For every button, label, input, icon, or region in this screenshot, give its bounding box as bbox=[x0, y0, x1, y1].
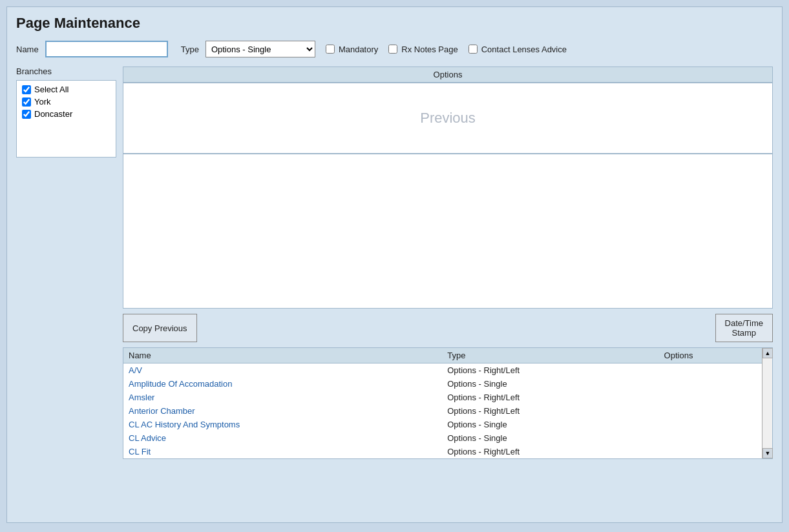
table-row[interactable]: A/V Options - Right/Left bbox=[123, 363, 772, 378]
table-cell-type: Options - Right/Left bbox=[442, 391, 658, 404]
branch-item-york[interactable]: York bbox=[22, 97, 110, 107]
table-cell-type: Options - Right/Left bbox=[442, 363, 658, 378]
table-cell-options bbox=[659, 418, 762, 431]
buttons-row: Copy Previous Date/Time Stamp bbox=[123, 314, 773, 342]
table-cell-options bbox=[659, 431, 762, 445]
col-header-name: Name bbox=[123, 348, 442, 363]
branches-label: Branches bbox=[16, 66, 116, 76]
table-cell-name[interactable]: CL AC History And Symptoms bbox=[123, 418, 442, 431]
contact-lenses-checkbox[interactable] bbox=[468, 45, 478, 54]
table-cell-type: Options - Single bbox=[442, 377, 658, 391]
top-bar: Name Type Options - Single Options - Rig… bbox=[16, 41, 773, 57]
table-row[interactable]: CL Advice Options - Single bbox=[123, 431, 772, 445]
mandatory-label: Mandatory bbox=[339, 45, 378, 54]
col-header-type: Type bbox=[442, 348, 658, 363]
branch-label-select-all: Select All bbox=[34, 85, 68, 94]
table-cell-name[interactable]: Amplitude Of Accomadation bbox=[123, 377, 442, 391]
scroll-down-button[interactable]: ▼ bbox=[763, 448, 773, 458]
table-row[interactable]: CL AC History And Symptoms Options - Sin… bbox=[123, 418, 772, 431]
table-row[interactable]: CL Fit Options - Right/Left bbox=[123, 445, 772, 458]
previous-box: Previous bbox=[123, 83, 773, 154]
table-cell-options bbox=[659, 377, 762, 391]
branch-item-select-all[interactable]: Select All bbox=[22, 85, 110, 94]
table-cell-name[interactable]: CL Fit bbox=[123, 445, 442, 458]
branch-label-york: York bbox=[34, 97, 51, 107]
content-area: Options Previous Copy Previous Date/Time… bbox=[123, 66, 773, 459]
date-time-stamp-button[interactable]: Date/Time Stamp bbox=[715, 314, 773, 342]
branch-checkbox-doncaster[interactable] bbox=[22, 110, 31, 119]
table-cell-name[interactable]: A/V bbox=[123, 363, 442, 378]
table-header-row: Name Type Options bbox=[123, 348, 772, 363]
scroll-up-button[interactable]: ▲ bbox=[763, 348, 773, 358]
table-cell-options bbox=[659, 404, 762, 418]
rx-notes-group: Rx Notes Page bbox=[388, 45, 458, 54]
rx-notes-label: Rx Notes Page bbox=[401, 45, 458, 54]
table-row[interactable]: Amplitude Of Accomadation Options - Sing… bbox=[123, 377, 772, 391]
branch-checkbox-select-all[interactable] bbox=[22, 85, 31, 94]
table-cell-options bbox=[659, 391, 762, 404]
table-body: A/V Options - Right/Left Amplitude Of Ac… bbox=[123, 363, 772, 459]
page-title: Page Maintenance bbox=[16, 15, 773, 32]
options-header: Options bbox=[123, 66, 773, 83]
table-scrollbar: ▲ ▼ bbox=[762, 348, 772, 458]
branch-checkbox-york[interactable] bbox=[22, 97, 31, 107]
branch-label-doncaster: Doncaster bbox=[34, 109, 72, 119]
sidebar: Branches Select All York Doncaster bbox=[16, 66, 116, 459]
col-header-options: Options bbox=[659, 348, 762, 363]
edit-box[interactable] bbox=[123, 154, 773, 309]
contact-lenses-group: Contact Lenses Advice bbox=[468, 45, 567, 54]
copy-previous-button[interactable]: Copy Previous bbox=[123, 314, 197, 342]
table-row[interactable]: Anterior Chamber Options - Right/Left bbox=[123, 404, 772, 418]
table-cell-type: Options - Right/Left bbox=[442, 445, 658, 458]
mandatory-checkbox[interactable] bbox=[326, 45, 335, 54]
table-row[interactable]: Amsler Options - Right/Left bbox=[123, 391, 772, 404]
scrollbar-track bbox=[763, 358, 772, 448]
table-cell-type: Options - Single bbox=[442, 431, 658, 445]
data-table: Name Type Options A/V Options - Right/Le… bbox=[123, 348, 772, 458]
branch-item-doncaster[interactable]: Doncaster bbox=[22, 109, 110, 119]
type-select[interactable]: Options - Single Options - Right/Left Fr… bbox=[205, 41, 315, 57]
table-cell-type: Options - Single bbox=[442, 418, 658, 431]
page-container: Page Maintenance Name Type Options - Sin… bbox=[6, 6, 783, 523]
table-cell-options bbox=[659, 363, 762, 378]
table-cell-type: Options - Right/Left bbox=[442, 404, 658, 418]
table-cell-name[interactable]: CL Advice bbox=[123, 431, 442, 445]
mandatory-group: Mandatory bbox=[326, 45, 378, 54]
previous-placeholder: Previous bbox=[420, 110, 476, 127]
table-outer: Name Type Options A/V Options - Right/Le… bbox=[123, 347, 773, 459]
rx-notes-checkbox[interactable] bbox=[388, 45, 397, 54]
contact-lenses-label: Contact Lenses Advice bbox=[481, 45, 567, 54]
table-cell-name[interactable]: Amsler bbox=[123, 391, 442, 404]
table-scroll-inner[interactable]: Name Type Options A/V Options - Right/Le… bbox=[123, 348, 772, 458]
table-cell-options bbox=[659, 445, 762, 458]
name-label: Name bbox=[16, 45, 39, 54]
type-label: Type bbox=[181, 45, 199, 54]
branches-box: Select All York Doncaster bbox=[16, 80, 116, 158]
name-input[interactable] bbox=[45, 41, 168, 57]
table-cell-name[interactable]: Anterior Chamber bbox=[123, 404, 442, 418]
main-layout: Branches Select All York Doncaster Opti bbox=[16, 66, 773, 459]
